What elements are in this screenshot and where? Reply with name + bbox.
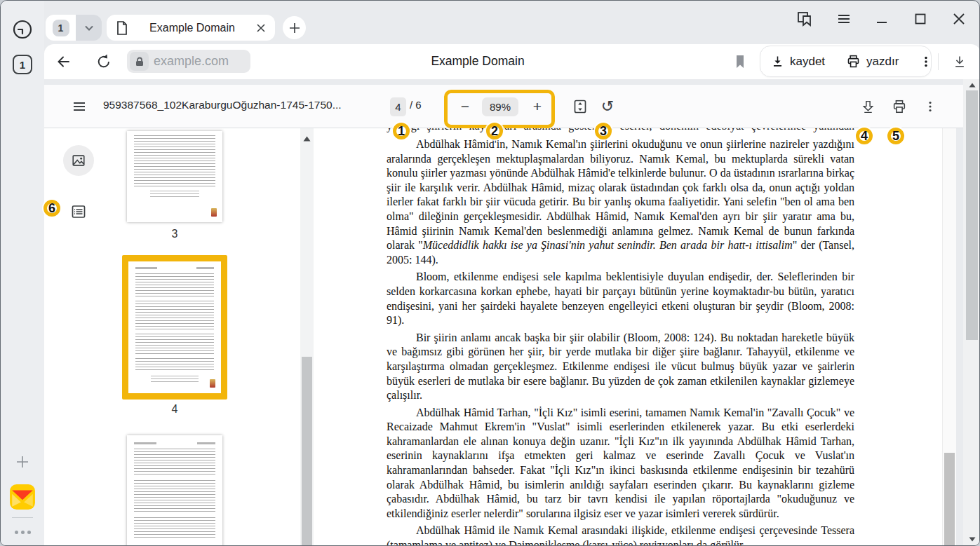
page-title: Example Domain: [281, 50, 674, 73]
panels-button[interactable]: [795, 9, 816, 29]
browser-window: 1 1 Example Domain: [0, 0, 980, 546]
annotation-marker-6: 6: [43, 200, 60, 217]
address-bar[interactable]: example.com: [127, 50, 250, 73]
tab-group-button[interactable]: 1: [46, 15, 76, 41]
page-count: / 6: [410, 99, 422, 111]
thumbnail-stamp: [211, 208, 217, 217]
dots-vertical-icon: [920, 55, 932, 68]
new-tab-button[interactable]: [283, 16, 306, 39]
page-thumbnail-3[interactable]: [127, 131, 222, 222]
active-tab[interactable]: Example Domain: [107, 15, 275, 41]
bookmark-panel-icon: [796, 10, 814, 28]
selected-thumbnail-highlight: [122, 255, 227, 400]
current-page-input[interactable]: 4: [390, 97, 406, 116]
annotation-marker-5: 5: [887, 128, 904, 144]
tab-title: Example Domain: [129, 22, 255, 34]
paragraph: Bloom, etkilenme endişesi sele kapılma b…: [387, 270, 854, 327]
paragraph: Abdülhak Hâmid ile Namık Kemal arasındak…: [387, 524, 854, 546]
page-icon: [115, 20, 129, 36]
annotation-marker-3: 3: [595, 123, 612, 139]
image-icon: [71, 153, 86, 168]
maximize-button[interactable]: [910, 9, 931, 29]
save-page-button[interactable]: kaydet: [760, 46, 835, 76]
zoom-in-button[interactable]: +: [528, 96, 547, 117]
rotate-button[interactable]: ↺: [597, 96, 618, 117]
scroll-up-arrow[interactable]: [963, 79, 980, 90]
tab-group-expander[interactable]: [76, 15, 102, 41]
annotation-marker-1: 1: [393, 123, 410, 139]
page-separator: /: [410, 99, 412, 111]
printer-icon: [892, 99, 907, 114]
download-icon: [861, 100, 875, 114]
tab-group[interactable]: 1: [46, 15, 102, 41]
thumbnails-panel: 3 4: [113, 128, 300, 546]
document-scrollbar-thumb[interactable]: [944, 453, 955, 546]
printer-icon: [846, 54, 861, 69]
download-icon: [953, 55, 967, 69]
page-thumbnail-5[interactable]: [127, 435, 222, 546]
dots-vertical-icon: [924, 100, 937, 113]
bookmark-button[interactable]: [729, 50, 751, 73]
list-outline-icon: [70, 203, 87, 220]
mail-icon: [9, 484, 36, 510]
back-button[interactable]: [53, 50, 75, 73]
print-page-button[interactable]: yazdır: [835, 46, 909, 76]
save-label: kaydet: [790, 55, 825, 69]
back-arrow-icon: [55, 53, 72, 70]
zoom-level-value[interactable]: 89%: [482, 97, 518, 116]
pdf-page-content: yazdığı şiirlerin kaynakları arasında gö…: [314, 128, 942, 546]
tab-counter-value: 1: [20, 59, 25, 71]
download-icon: [771, 55, 784, 68]
thumbnails-scrollbar-thumb[interactable]: [302, 357, 312, 546]
hamburger-menu-icon: [72, 99, 87, 114]
thumbnail-page-number: 3: [127, 228, 222, 240]
annotation-marker-4: 4: [856, 128, 873, 144]
pdf-download-button[interactable]: [857, 96, 878, 117]
thumbnails-view-button[interactable]: [63, 145, 94, 176]
lock-icon[interactable]: [130, 52, 149, 71]
url-text: example.com: [154, 54, 229, 69]
scroll-down-arrow[interactable]: [963, 533, 980, 545]
bookmark-filled-icon: [734, 55, 746, 69]
browser-menu-button[interactable]: [833, 9, 854, 29]
page-thumbnail-4[interactable]: [128, 261, 221, 393]
document-text: yazdığı şiirlerin kaynakları arasında gö…: [387, 128, 854, 546]
downloads-button[interactable]: [948, 50, 972, 73]
fit-page-icon: [572, 98, 589, 115]
outline-view-button[interactable]: [70, 203, 87, 220]
scroll-up-arrow[interactable]: [300, 134, 314, 144]
plus-icon: [14, 453, 31, 470]
tab-group-badge: 1: [53, 20, 69, 36]
pdf-print-button[interactable]: [889, 96, 910, 117]
close-icon: [952, 12, 966, 26]
pdf-more-button[interactable]: [920, 96, 941, 117]
page-scrollbar-thumb[interactable]: [966, 90, 978, 340]
fit-to-page-button[interactable]: [570, 96, 591, 117]
chrome-gap: [44, 79, 980, 85]
page-actions-toolbar: kaydet yazdır: [760, 46, 932, 77]
history-button[interactable]: [9, 16, 36, 43]
total-pages: 6: [415, 99, 421, 111]
refresh-button[interactable]: [93, 50, 115, 73]
close-window-button[interactable]: [948, 9, 969, 29]
rail-more-button[interactable]: [9, 525, 36, 539]
zoom-out-button[interactable]: −: [455, 96, 475, 117]
thumbnail-stamp: [210, 379, 215, 388]
pdf-view-switcher: [44, 128, 113, 546]
annotation-marker-2: 2: [486, 123, 503, 139]
tab-close-icon[interactable]: [255, 22, 267, 34]
minimize-button[interactable]: [871, 9, 892, 29]
minimize-icon: [875, 12, 889, 26]
thumbnail-page-number: 4: [127, 403, 222, 416]
rail-add-button[interactable]: [9, 449, 36, 475]
rail-divider: [12, 517, 33, 518]
divider: [938, 53, 939, 70]
rotate-counterclockwise-icon: ↺: [601, 99, 614, 114]
pdf-sidebar-toggle-button[interactable]: [69, 96, 90, 117]
clock-icon: [11, 18, 34, 41]
mail-app-button[interactable]: [9, 483, 36, 511]
tab-counter-button[interactable]: 1: [13, 55, 32, 74]
hamburger-menu-icon: [836, 11, 852, 27]
paragraph: Abdülhak Hâmid'in, Namık Kemal'ın şiirle…: [387, 137, 854, 267]
refresh-icon: [95, 53, 112, 70]
